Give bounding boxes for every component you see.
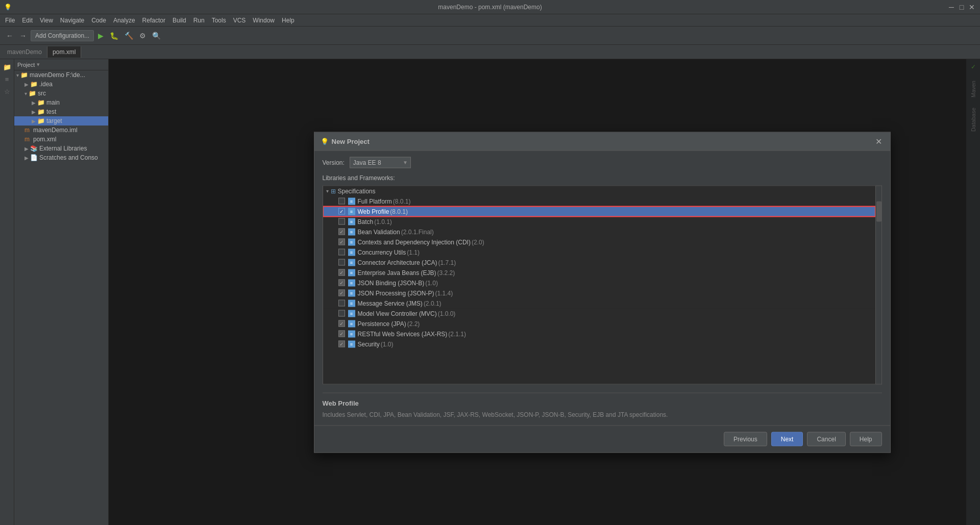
spec-item-full-platform[interactable]: ≡ Full Platform (8.0.1) (323, 196, 875, 206)
tree-idea[interactable]: ▶ 📁 .idea (14, 80, 108, 89)
tree-pom[interactable]: m pom.xml (14, 135, 108, 144)
spec-name-jaxrs: RESTful Web Services (JAX-RS) (358, 330, 448, 337)
next-button[interactable]: Next (771, 432, 803, 446)
dialog-icon: 💡 (321, 137, 329, 145)
cancel-button[interactable]: Cancel (807, 432, 845, 446)
spec-item-jsonb[interactable]: ≡ JSON Binding (JSON-B) (1.0) (323, 278, 875, 288)
breadcrumb-project[interactable]: mavenDemo (2, 46, 47, 58)
tree-scratches[interactable]: ▶ 📄 Scratches and Conso (14, 153, 108, 162)
scrollbar-thumb[interactable] (876, 201, 881, 221)
tree-test[interactable]: ▶ 📁 test (14, 107, 108, 116)
menu-help[interactable]: Help (279, 16, 298, 25)
add-configuration-button[interactable]: Add Configuration... (31, 30, 94, 41)
menu-navigate[interactable]: Navigate (57, 16, 87, 25)
dialog-close-button[interactable]: ✕ (873, 136, 884, 146)
spec-checkbox-jaxrs[interactable] (338, 331, 345, 337)
toolbar-forward[interactable]: → (17, 31, 29, 41)
menu-refactor[interactable]: Refactor (139, 16, 168, 25)
structure-icon[interactable]: ≡ (2, 73, 13, 85)
menu-run[interactable]: Run (190, 16, 208, 25)
menu-build[interactable]: Build (169, 16, 189, 25)
run-button[interactable]: ▶ (96, 31, 106, 41)
spec-checkbox-batch[interactable] (338, 218, 345, 225)
close-button[interactable]: ✕ (968, 3, 976, 11)
spec-icon-bean-validation: ≡ (348, 228, 355, 235)
spec-name-mvc: Model View Controller (MVC) (358, 310, 437, 317)
spec-checkbox-jca[interactable] (338, 259, 345, 266)
bookmark-icon[interactable]: ☆ (2, 86, 13, 97)
jpa-check-icon (339, 321, 344, 327)
tree-target[interactable]: ▶ 📁 target (14, 116, 108, 126)
spec-checkbox-full-platform[interactable] (338, 198, 345, 205)
specs-scrollbar[interactable] (876, 185, 882, 384)
menu-file[interactable]: File (2, 16, 18, 25)
spec-item-cdi[interactable]: ≡ Contexts and Dependency Injection (CDI… (323, 237, 875, 247)
maximize-button[interactable]: □ (958, 3, 966, 11)
menu-code[interactable]: Code (88, 16, 109, 25)
spec-name-jsonp: JSON Processing (JSON-P) (358, 289, 434, 296)
spec-icon-jms: ≡ (348, 299, 355, 307)
file-label: pom.xml (53, 48, 76, 56)
spec-checkbox-web-profile[interactable] (338, 208, 345, 215)
menu-edit[interactable]: Edit (19, 16, 36, 25)
tree-root[interactable]: ▾ 📁 mavenDemo F:\de... (14, 70, 108, 80)
minimize-button[interactable]: ─ (947, 3, 955, 11)
spec-item-jms[interactable]: ≡ Message Service (JMS) (2.0.1) (323, 298, 875, 308)
spec-checkbox-cdi[interactable] (338, 239, 345, 245)
content-area: ✓ Maven Database 💡 New Project ✕ (109, 59, 980, 525)
main-folder-icon: 📁 (37, 99, 45, 106)
spec-checkbox-mvc[interactable] (338, 310, 345, 317)
spec-item-batch[interactable]: ≡ Batch (1.0.1) (323, 216, 875, 227)
spec-checkbox-jsonb[interactable] (338, 280, 345, 286)
menu-tools[interactable]: Tools (209, 16, 229, 25)
spec-item-jpa[interactable]: ≡ Persistence (JPA) (2.2) (323, 318, 875, 329)
spec-item-jsonp[interactable]: ≡ JSON Processing (JSON-P) (1.1.4) (323, 288, 875, 298)
search-everywhere-icon[interactable]: 🔍 (150, 31, 163, 41)
spec-version-jms: (2.0.1) (424, 299, 442, 307)
project-icon[interactable]: 📁 (2, 61, 13, 72)
spec-item-web-profile[interactable]: ≡ Web Profile (8.0.1) (323, 206, 875, 216)
spec-name-jca: Connector Architecture (JCA) (358, 259, 437, 266)
tree-main[interactable]: ▶ 📁 main (14, 98, 108, 107)
build-button[interactable]: 🔨 (122, 31, 135, 41)
spec-name-batch: Batch (358, 218, 374, 225)
spec-item-mvc[interactable]: ≡ Model View Controller (MVC) (1.0.0) (323, 308, 875, 318)
dialog-title-bar: 💡 New Project ✕ (314, 132, 890, 151)
spec-checkbox-security[interactable] (338, 341, 345, 347)
tree-root-arrow: ▾ (16, 72, 19, 78)
spec-item-security[interactable]: ≡ Security (1.0) (323, 339, 875, 349)
specifications-group-header[interactable]: ▾ ⊞ Specifications (323, 186, 875, 196)
specs-list[interactable]: ▾ ⊞ Specifications ≡ Full Platform (8.0.… (323, 185, 876, 384)
spec-checkbox-jsonp[interactable] (338, 290, 345, 296)
spec-checkbox-ejb[interactable] (338, 269, 345, 276)
breadcrumb-file[interactable]: pom.xml (47, 46, 81, 58)
spec-checkbox-bean-validation[interactable] (338, 229, 345, 235)
menu-vcs[interactable]: VCS (230, 16, 249, 25)
help-button[interactable]: Help (850, 432, 882, 446)
spec-item-jca[interactable]: ≡ Connector Architecture (JCA) (1.7.1) (323, 257, 875, 267)
tree-iml[interactable]: m mavenDemo.iml (14, 126, 108, 135)
tree-ext-libs[interactable]: ▶ 📚 External Libraries (14, 144, 108, 153)
spec-checkbox-jms[interactable] (338, 300, 345, 307)
spec-item-concurrency[interactable]: ≡ Concurrency Utils (1.1) (323, 247, 875, 257)
menu-window[interactable]: Window (250, 16, 278, 25)
spec-checkbox-concurrency[interactable] (338, 249, 345, 256)
tree-src[interactable]: ▾ 📁 src (14, 89, 108, 98)
debug-button[interactable]: 🐛 (108, 31, 120, 41)
spec-item-bean-validation[interactable]: ≡ Bean Validation (2.0.1.Final) (323, 227, 875, 237)
spec-checkbox-jpa[interactable] (338, 320, 345, 327)
toolbar-back[interactable]: ← (4, 31, 15, 41)
spec-item-ejb[interactable]: ≡ Enterprise Java Beans (EJB) (3.2.2) (323, 267, 875, 278)
target-folder-icon: 📁 (37, 117, 45, 124)
settings-icon[interactable]: ⚙ (137, 31, 148, 41)
previous-button[interactable]: Previous (724, 432, 767, 446)
security-check-icon (339, 341, 344, 347)
menu-view[interactable]: View (37, 16, 56, 25)
spec-item-jaxrs[interactable]: ≡ RESTful Web Services (JAX-RS) (2.1.1) (323, 329, 875, 339)
version-select[interactable]: Java EE 8 Java EE 7 Java EE 6 (350, 157, 411, 168)
spec-icon-security: ≡ (348, 340, 355, 347)
spec-name-concurrency: Concurrency Utils (358, 248, 406, 256)
tree-idea-arrow: ▶ (24, 82, 29, 87)
menu-analyze[interactable]: Analyze (110, 16, 138, 25)
specs-group-arrow-icon: ▾ (326, 188, 329, 194)
